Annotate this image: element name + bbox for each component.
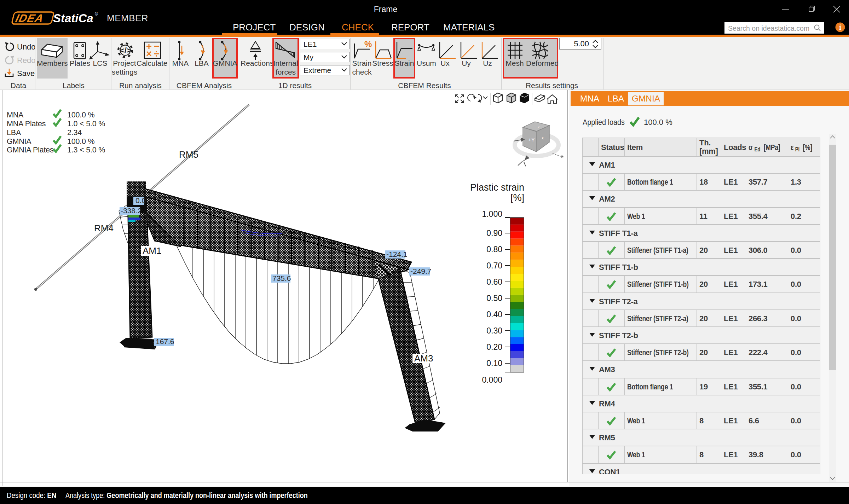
svg-text:-124.1: -124.1 <box>386 250 408 258</box>
svg-text:2.34: 2.34 <box>67 128 82 137</box>
svg-text:-338.2: -338.2 <box>121 207 142 215</box>
svg-text:0.40: 0.40 <box>486 310 502 319</box>
svg-text:0.60: 0.60 <box>486 277 502 286</box>
svg-text:0.0: 0.0 <box>135 196 146 204</box>
svg-text:0.10: 0.10 <box>486 359 502 368</box>
svg-text:IDEA: IDEA <box>14 12 45 24</box>
svg-text:-249.7: -249.7 <box>410 267 432 275</box>
svg-text:Plastic strain: Plastic strain <box>470 182 524 193</box>
svg-text:</>: </> <box>120 46 131 55</box>
svg-text:GMNIA Plates: GMNIA Plates <box>7 146 54 154</box>
svg-text:+Y: +Y <box>528 137 535 143</box>
svg-text:x: x <box>542 135 544 140</box>
svg-text:RM4: RM4 <box>94 223 114 233</box>
svg-text:167.6: 167.6 <box>156 337 174 346</box>
svg-text:1.000: 1.000 <box>482 209 502 219</box>
svg-text:GMNIA: GMNIA <box>7 137 31 146</box>
svg-text:100.0 %: 100.0 % <box>67 137 95 146</box>
svg-text:MNA: MNA <box>7 111 24 119</box>
svg-text:AM1: AM1 <box>143 245 161 256</box>
svg-text:MNA Plates: MNA Plates <box>7 120 46 128</box>
svg-text:735.6: 735.6 <box>272 274 291 282</box>
svg-text:0.000: 0.000 <box>482 375 502 384</box>
svg-text:0.30: 0.30 <box>486 326 502 335</box>
svg-text:i: i <box>839 23 841 31</box>
svg-text:%: % <box>364 41 372 49</box>
svg-text:0.70: 0.70 <box>486 261 502 270</box>
svg-text:0.20: 0.20 <box>486 342 502 352</box>
svg-text:StatiCa: StatiCa <box>53 12 93 25</box>
svg-text:0.50: 0.50 <box>486 294 502 303</box>
svg-text:0.80: 0.80 <box>486 245 502 254</box>
svg-text:0.90: 0.90 <box>486 228 502 238</box>
svg-text:RM5: RM5 <box>179 149 198 160</box>
svg-text:1.0 < 5.0 %: 1.0 < 5.0 % <box>67 120 105 128</box>
svg-text:MEMBER: MEMBER <box>107 13 148 23</box>
svg-text:LBA: LBA <box>7 128 21 137</box>
svg-text:AM3: AM3 <box>414 353 433 364</box>
svg-text:®: ® <box>95 12 98 17</box>
svg-text:1.3 < 5.0 %: 1.3 < 5.0 % <box>67 146 105 154</box>
svg-text:[%]: [%] <box>510 192 524 203</box>
svg-text:z: z <box>538 124 540 129</box>
svg-text:100.0 %: 100.0 % <box>67 111 95 119</box>
